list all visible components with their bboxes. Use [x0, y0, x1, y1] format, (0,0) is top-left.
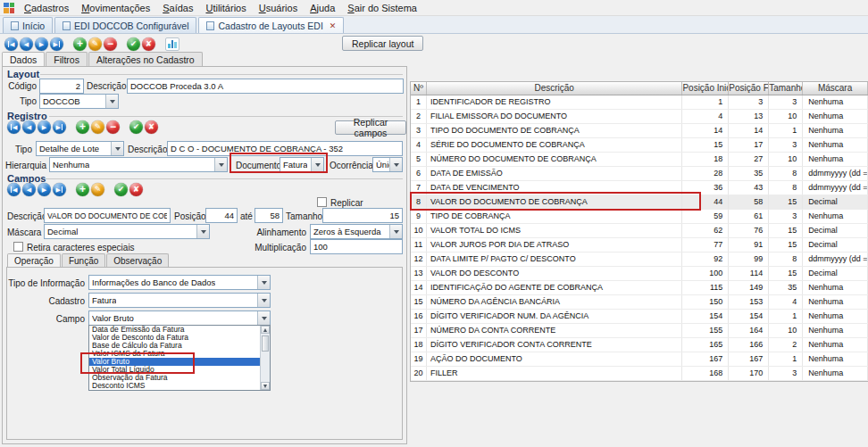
last-record-button[interactable]: ▶	[50, 37, 63, 51]
delete-record-button[interactable]: −	[104, 37, 117, 51]
tipo-informacao-combo[interactable]: Informações do Banco de Dados	[88, 275, 271, 290]
table-row[interactable]: 1IDENTIFICADOR DE REGISTRO133Nenhuma	[411, 95, 868, 110]
left-tab-filtros[interactable]: Filtros	[46, 52, 88, 66]
chevron-down-icon[interactable]	[311, 158, 323, 171]
grid-header-cell[interactable]: Tamanho	[769, 82, 803, 95]
table-row[interactable]: 17NÚMERO DA CONTA CORRENTE15516410Nenhum…	[411, 324, 868, 338]
table-row[interactable]: 10VALOR TOTAL DO ICMS627615Decimal	[411, 224, 868, 238]
confirm-button[interactable]: ✔	[127, 37, 140, 51]
hierarquia-combo[interactable]: Nenhuma	[49, 157, 228, 172]
replicar-checkbox[interactable]	[317, 197, 327, 207]
edit-record-button[interactable]: ✎	[88, 37, 102, 51]
edit-record-button[interactable]: ✎	[91, 183, 104, 196]
registro-tipo-combo[interactable]: Detalhe de Lote	[36, 141, 124, 156]
tamanho-input[interactable]	[322, 208, 403, 223]
operacao-tab-observacao[interactable]: Observação	[106, 253, 169, 267]
tab-inicio[interactable]: Início	[3, 17, 53, 33]
multiplicacao-input[interactable]	[310, 239, 403, 254]
delete-record-button[interactable]: −	[106, 120, 120, 134]
menu-item-sair-do-sistema[interactable]: Sair do Sistema	[341, 1, 423, 15]
table-row[interactable]: 5NÚMERO DO DOCUMENTO DE COBRANÇA182710Ne…	[411, 153, 868, 167]
table-row[interactable]: 4SÉRIE DO DOCUMENTO DE COBRANÇA15173Nenh…	[411, 138, 868, 153]
table-row[interactable]: 18DÍGITO VERIFICADOR CONTA CORRENTE16516…	[411, 338, 868, 352]
insert-record-button[interactable]: +	[76, 120, 89, 134]
next-record-button[interactable]: ▶	[38, 183, 51, 196]
cancel-button[interactable]: ✘	[142, 37, 155, 51]
scroll-down-icon[interactable]	[261, 382, 270, 390]
chevron-down-icon[interactable]	[257, 276, 270, 289]
chart-button[interactable]	[165, 37, 179, 51]
grid-header-cell[interactable]: Posição Final	[729, 82, 769, 95]
chevron-down-icon[interactable]	[105, 95, 118, 108]
next-record-button[interactable]: ▶	[35, 37, 48, 51]
insert-record-button[interactable]: +	[73, 37, 87, 51]
menu-item-cadastros[interactable]: Cadastros	[18, 1, 75, 15]
chevron-down-icon[interactable]	[389, 158, 402, 171]
left-tab-dados[interactable]: Dados	[2, 52, 45, 66]
left-tab-alteracoes-no-cadastro[interactable]: Alterações no Cadastro	[88, 52, 203, 66]
table-row[interactable]: 8VALOR DO DOCUMENTO DE COBRANÇA445815Dec…	[411, 195, 868, 210]
table-row[interactable]: 2FILIAL EMISSORA DO DOCUMENTO41310Nenhum…	[411, 110, 868, 124]
next-record-button[interactable]: ▶	[38, 120, 51, 134]
mascara-combo[interactable]: Decimal	[44, 224, 210, 239]
table-row[interactable]: 6DATA DE EMISSÃO28358ddmmyyyy (dd =	[411, 167, 868, 181]
grid-header-cell[interactable]: Descrição	[427, 82, 682, 95]
table-row[interactable]: 19AÇÃO DO DOCUMENTO1671671Nenhuma	[411, 352, 868, 367]
table-row[interactable]: 9TIPO DE COBRANÇA59613Nenhuma	[411, 210, 868, 224]
layout-descricao-input[interactable]	[127, 79, 404, 94]
tab-cadastro-de-layouts-edi[interactable]: Cadastro de Layouts EDI✕	[198, 17, 344, 33]
table-row[interactable]: 16DÍGITO VERIFICADOR NUM. DA AGÊNCIA1541…	[411, 310, 868, 324]
cancel-button[interactable]: ✘	[145, 120, 158, 134]
table-row[interactable]: 11VALOR JUROS POR DIA DE ATRASO779115Dec…	[411, 238, 868, 252]
prior-record-button[interactable]: ◀	[20, 37, 33, 51]
close-icon[interactable]: ✕	[330, 21, 337, 30]
grid-header-cell[interactable]: Posição Inicial	[682, 82, 729, 95]
menu-item-movimentacoes[interactable]: Movimentações	[75, 1, 156, 15]
chevron-down-icon[interactable]	[389, 225, 402, 238]
menu-item-usuarios[interactable]: Usuários	[253, 1, 304, 15]
layout-tipo-combo[interactable]: DOCCOB	[39, 94, 119, 109]
first-record-button[interactable]: ◀	[4, 37, 18, 51]
scrollbar-thumb[interactable]	[262, 335, 269, 352]
insert-record-button[interactable]: +	[76, 183, 89, 196]
first-record-button[interactable]: ◀	[7, 120, 21, 134]
prior-record-button[interactable]: ◀	[22, 183, 36, 196]
tab-edi-doccob-configuravel[interactable]: EDI DOCCOB Configurável	[54, 17, 196, 33]
menu-item-utilitarios[interactable]: Utilitários	[199, 1, 252, 15]
scroll-up-icon[interactable]	[261, 326, 270, 334]
table-row[interactable]: 14IDENTIFICAÇÃO DO AGENTE DE COBRANÇA115…	[411, 281, 868, 295]
cadastro-combo[interactable]: Fatura	[88, 293, 271, 308]
codigo-input[interactable]	[39, 79, 84, 94]
confirm-button[interactable]: ✔	[114, 183, 128, 196]
chevron-down-icon[interactable]	[214, 158, 227, 171]
ocorrencia-combo[interactable]: Única	[372, 157, 403, 172]
edit-record-button[interactable]: ✎	[91, 120, 104, 134]
replicar-campos-button[interactable]: Replicar campos	[335, 120, 406, 135]
cancel-button[interactable]: ✘	[129, 183, 143, 196]
chevron-down-icon[interactable]	[257, 311, 270, 325]
operacao-tab-operacao[interactable]: Operação	[7, 253, 61, 267]
table-row[interactable]: 3TIPO DO DOCUMENTO DE COBRANÇA14141Nenhu…	[411, 124, 868, 138]
alinhamento-combo[interactable]: Zeros à Esquerda	[310, 224, 403, 239]
campo-combo[interactable]: Valor Bruto	[88, 310, 271, 326]
last-record-button[interactable]: ▶	[53, 183, 66, 196]
dropdown-scrollbar[interactable]	[260, 326, 270, 390]
menu-item-ajuda[interactable]: Ajuda	[304, 1, 341, 15]
last-record-button[interactable]: ▶	[53, 120, 66, 134]
documento-combo[interactable]: Fatura	[280, 157, 324, 172]
registro-descricao-input[interactable]	[167, 141, 403, 156]
replicar-layout-button[interactable]: Replicar layout	[342, 36, 423, 51]
grid-header-cell[interactable]: Máscara	[803, 82, 868, 95]
chevron-down-icon[interactable]	[111, 142, 123, 155]
table-row[interactable]: 15NÚMERO DA AGÊNCIA BANCÁRIA1501534Nenhu…	[411, 295, 868, 310]
operacao-tab-funcao[interactable]: Função	[62, 253, 105, 267]
chevron-down-icon[interactable]	[257, 294, 270, 307]
posicao-inicial-input[interactable]	[205, 208, 238, 223]
menu-item-saidas[interactable]: Saídas	[156, 1, 199, 15]
campo-descricao-input[interactable]	[44, 208, 171, 223]
prior-record-button[interactable]: ◀	[22, 120, 36, 134]
chevron-down-icon[interactable]	[196, 225, 209, 238]
dropdown-option[interactable]: Desconto ICMS	[89, 382, 260, 390]
grid-header-cell[interactable]: Nº	[411, 82, 427, 95]
table-row[interactable]: 12DATA LIMITE P/ PAGTO C/ DESCONTO92998d…	[411, 252, 868, 267]
